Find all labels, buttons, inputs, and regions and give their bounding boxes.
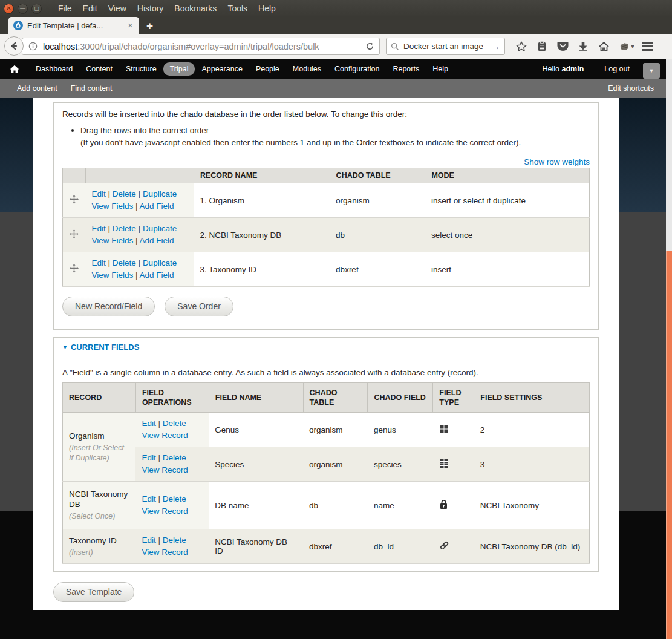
- downloads-button[interactable]: [573, 41, 593, 52]
- record-duplicate-link[interactable]: Duplicate: [143, 189, 177, 198]
- reload-button[interactable]: [360, 41, 376, 52]
- field-view-record-link[interactable]: View Record: [142, 465, 188, 474]
- bookmark-star-button[interactable]: [511, 41, 532, 53]
- back-button[interactable]: [4, 36, 24, 56]
- field-delete-link[interactable]: Delete: [163, 453, 186, 462]
- field-record-cell: Organism (Insert Or Select If Duplicate): [63, 413, 136, 482]
- current-fields-legend[interactable]: ▼ CURRENT FIELDS: [62, 342, 590, 352]
- field-view-record-link[interactable]: View Record: [142, 548, 188, 557]
- site-info-icon[interactable]: [28, 42, 38, 51]
- shortcut-add-content[interactable]: Add content: [17, 84, 57, 93]
- record-mode-note: (Select Once): [69, 511, 129, 522]
- link-icon: [439, 540, 449, 551]
- record-delete-link[interactable]: Delete: [113, 258, 136, 267]
- download-arrow-icon: [578, 41, 589, 52]
- scrollbar-thumb[interactable]: [666, 251, 672, 639]
- admin-tab-configuration[interactable]: Configuration: [328, 62, 386, 76]
- field-edit-link[interactable]: Edit: [142, 494, 155, 503]
- record-edit-link[interactable]: Edit: [91, 258, 105, 267]
- vertical-scrollbar[interactable]: [666, 59, 672, 639]
- active-tab[interactable]: Edit Template | defa... ✕: [8, 17, 139, 34]
- drag-handle[interactable]: [63, 252, 86, 287]
- record-edit-link[interactable]: Edit: [91, 189, 105, 198]
- home-button[interactable]: [593, 41, 614, 52]
- url-text[interactable]: localhost:3000/tripal/chado/organism#ove…: [43, 42, 360, 51]
- window-minimize-button[interactable]: —: [18, 4, 28, 14]
- admin-tab-people[interactable]: People: [249, 62, 286, 76]
- move-icon: [69, 229, 79, 239]
- record-duplicate-link[interactable]: Duplicate: [143, 258, 177, 267]
- toolbar-toggle-button[interactable]: ▼: [643, 63, 660, 79]
- admin-tab-help[interactable]: Help: [426, 62, 455, 76]
- shortcut-find-content[interactable]: Find content: [71, 84, 113, 93]
- record-edit-link[interactable]: Edit: [91, 224, 105, 233]
- tab-close-icon[interactable]: ✕: [126, 22, 134, 30]
- record-row: Edit | Delete | Duplicate View Fields | …: [63, 218, 590, 252]
- fields-table: RECORD FIELD OPERATIONS FIELD NAME CHADO…: [62, 382, 590, 564]
- record-delete-link[interactable]: Delete: [113, 224, 136, 233]
- field-edit-link[interactable]: Edit: [142, 419, 155, 428]
- save-order-button[interactable]: Save Order: [165, 297, 233, 316]
- tab-title: Edit Template | defa...: [27, 21, 126, 30]
- admin-tab-reports[interactable]: Reports: [386, 62, 426, 76]
- menu-view[interactable]: View: [103, 4, 132, 13]
- search-go-icon[interactable]: →: [491, 41, 500, 51]
- menu-tools[interactable]: Tools: [222, 4, 253, 13]
- bookmarks-menu-button[interactable]: [532, 41, 552, 52]
- drag-handle[interactable]: [63, 218, 86, 252]
- star-icon: [515, 41, 527, 53]
- menu-bookmarks[interactable]: Bookmarks: [169, 4, 222, 13]
- new-record-field-button[interactable]: New Record/Field: [62, 297, 155, 316]
- menu-help[interactable]: Help: [253, 4, 281, 13]
- admin-tab-appearance[interactable]: Appearance: [195, 62, 249, 76]
- field-edit-link[interactable]: Edit: [142, 453, 155, 462]
- save-template-button[interactable]: Save Template: [53, 582, 134, 602]
- record-delete-link[interactable]: Delete: [113, 189, 136, 198]
- record-view-fields-link[interactable]: View Fields: [91, 236, 133, 245]
- show-row-weights-link[interactable]: Show row weights: [524, 157, 590, 166]
- field-chado-field-cell: genus: [368, 413, 433, 447]
- record-add-field-link[interactable]: Add Field: [140, 270, 174, 280]
- records-header-chado-table: CHADO TABLE: [330, 168, 425, 183]
- search-icon: [391, 42, 399, 51]
- menu-history[interactable]: History: [132, 4, 169, 13]
- fields-header-chado-field: CHADO FIELD: [368, 383, 433, 413]
- field-view-record-link[interactable]: View Record: [142, 506, 188, 516]
- drag-handle[interactable]: [63, 183, 86, 218]
- window-close-button[interactable]: ✕: [4, 4, 14, 14]
- logout-link[interactable]: Log out: [604, 65, 630, 73]
- admin-tab-modules[interactable]: Modules: [286, 62, 328, 76]
- chevron-down-icon[interactable]: ▼: [630, 43, 636, 50]
- fields-header-record: RECORD: [63, 383, 136, 413]
- window-maximize-button[interactable]: ▢: [31, 4, 42, 14]
- field-delete-link[interactable]: Delete: [163, 419, 186, 428]
- menu-file[interactable]: File: [53, 4, 77, 13]
- lock-icon: [439, 499, 448, 510]
- admin-tab-structure[interactable]: Structure: [119, 62, 163, 76]
- url-bar[interactable]: localhost:3000/tripal/chado/organism#ove…: [22, 38, 380, 55]
- search-input[interactable]: [403, 42, 491, 51]
- field-delete-link[interactable]: Delete: [163, 536, 186, 545]
- edit-shortcuts-link[interactable]: Edit shortcuts: [608, 84, 654, 93]
- record-view-fields-link[interactable]: View Fields: [91, 270, 133, 280]
- search-bar[interactable]: →: [386, 38, 505, 55]
- field-delete-link[interactable]: Delete: [163, 494, 186, 503]
- fields-header-name: FIELD NAME: [209, 383, 303, 413]
- record-add-field-link[interactable]: Add Field: [140, 236, 174, 245]
- record-view-fields-link[interactable]: View Fields: [91, 202, 133, 211]
- admin-home-icon[interactable]: [10, 65, 19, 74]
- field-view-record-link[interactable]: View Record: [142, 431, 188, 440]
- admin-tab-dashboard[interactable]: Dashboard: [29, 62, 79, 76]
- field-edit-link[interactable]: Edit: [142, 536, 155, 545]
- menu-hamburger-button[interactable]: [642, 42, 653, 51]
- pocket-button[interactable]: [552, 41, 573, 51]
- record-add-field-link[interactable]: Add Field: [140, 202, 174, 211]
- overlay-content: Records will be inserted into the chado …: [33, 98, 619, 610]
- greeting-text: Hello admin: [542, 65, 584, 73]
- record-duplicate-link[interactable]: Duplicate: [143, 224, 177, 233]
- new-tab-button[interactable]: +: [146, 19, 153, 33]
- menu-edit[interactable]: Edit: [77, 4, 103, 13]
- admin-tab-content[interactable]: Content: [79, 62, 119, 76]
- admin-tab-tripal[interactable]: Tripal: [163, 62, 195, 76]
- records-header-record-name: RECORD NAME: [194, 168, 330, 183]
